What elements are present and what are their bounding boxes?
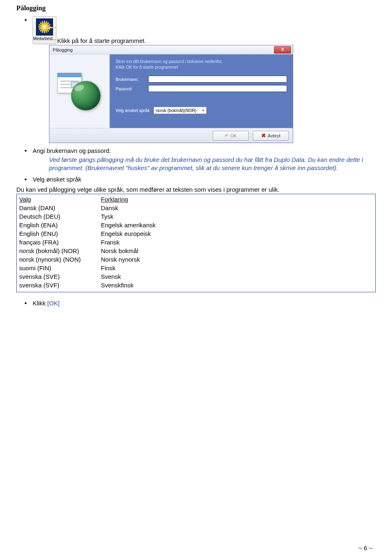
language-label: Velg ønsket språk (116, 108, 149, 113)
dialog-graphic-pane (49, 54, 110, 128)
globe-icon (71, 81, 100, 110)
username-label: Brukernavn: (116, 77, 148, 82)
medarbeid-label: Medarbeid... (33, 36, 56, 41)
language-table: Valg Forklaring Dansk (DAN)Dansk Deutsch… (16, 194, 376, 292)
table-row: Dansk (DAN)Dansk (19, 204, 373, 212)
page-heading: Pålogging (16, 4, 376, 12)
medarbeid-app-icon[interactable]: Medarbeid... (33, 16, 56, 44)
check-icon: ✔ (225, 133, 228, 138)
language-select[interactable]: norsk (bokmål)(NOR) ▼ (154, 107, 207, 114)
dialog-titlebar: Pålogging X (49, 45, 293, 54)
username-input[interactable] (148, 76, 287, 83)
table-row: English (ENA)Engelsk amerikansk (19, 221, 373, 229)
table-row: suomi (FIN)Finsk (19, 264, 373, 272)
dialog-title: Pålogging (53, 47, 73, 52)
table-row: svenska (SVF)Svenskfinsk (19, 281, 373, 289)
table-row: français (FRA)Fransk (19, 238, 373, 247)
table-row: svenska (SVE)Svensk (19, 272, 373, 281)
bullet-enter-creds: Angi brukernavn og passord. Ved første g… (16, 147, 376, 173)
bullet-start: Medarbeid... Klikk på for å starte progr… (16, 16, 376, 143)
bullet-start-text: Klikk på for å starte programmet. (57, 37, 146, 44)
login-dialog: Pålogging X Skriv (49, 45, 293, 143)
password-input[interactable] (148, 85, 287, 92)
ok-reference: [OK] (47, 300, 60, 307)
ok-button[interactable]: ✔ OK (213, 131, 249, 141)
cancel-button[interactable]: ✖ Avbryt (253, 131, 289, 141)
page-number: ~ 6 ~ (359, 545, 372, 551)
table-row: Deutsch (DEU)Tysk (19, 212, 373, 221)
cancel-label: Avbryt (268, 133, 281, 138)
table-row: norsk (bokmål) (NOR)Norsk bokmål (19, 247, 373, 255)
table-row: English (ENU)Engelsk europeisk (19, 229, 373, 238)
language-note: Du kan ved pålogging velge ulike språk, … (16, 186, 376, 193)
table-header-valg: Valg (19, 195, 101, 204)
creds-description: Ved første gangs pålogging må du bruke d… (49, 156, 376, 173)
dialog-instruction: Skriv inn ditt brukernavn og passord i b… (116, 58, 287, 70)
ok-label: OK (230, 133, 237, 138)
table-header-forklaring: Forklaring (101, 195, 373, 204)
bullet-select-lang: Velg ønsket språk (16, 176, 376, 183)
table-row: norsk (nynorsk) (NON)Norsk nynorsk (19, 255, 373, 264)
bullet-klikk-ok: Klikk [OK] (16, 300, 376, 307)
close-button[interactable]: X (274, 46, 291, 54)
x-icon: ✖ (261, 132, 266, 139)
close-icon: X (281, 47, 284, 52)
password-label: Passord: (116, 86, 148, 91)
language-value: norsk (bokmål)(NOR) (156, 108, 196, 113)
chevron-down-icon: ▼ (202, 109, 205, 112)
